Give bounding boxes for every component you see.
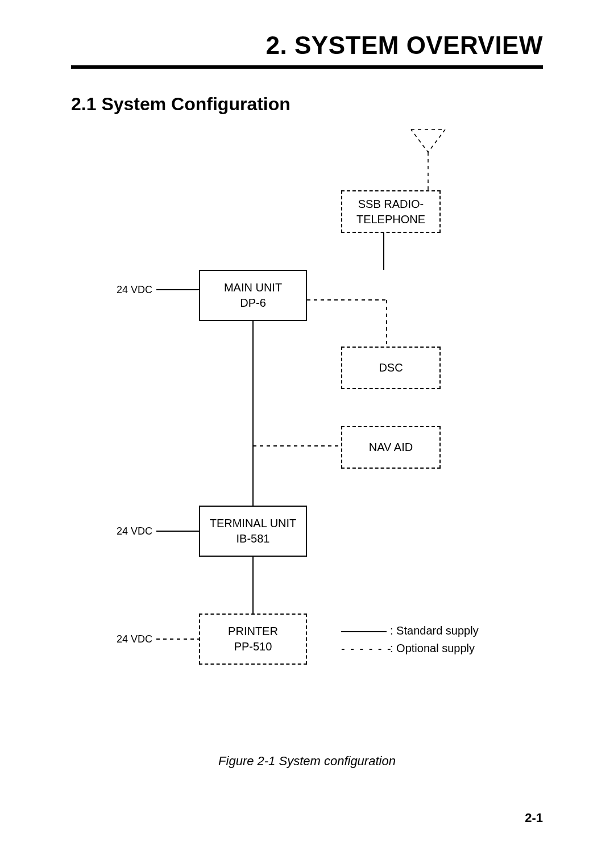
section-heading: 2.1 System Configuration	[71, 94, 291, 115]
nav-aid-label: NAV AID	[369, 440, 413, 455]
power-label-main: 24 VDC	[117, 284, 152, 296]
title-rule	[71, 65, 543, 69]
terminal-unit-label: TERMINAL UNIT IB-581	[210, 516, 297, 546]
legend-optional-text: : Optional supply	[390, 642, 475, 654]
legend-optional: - - - - - -: Optional supply	[341, 640, 479, 658]
legend-standard-text: : Standard supply	[390, 624, 479, 637]
power-label-terminal: 24 VDC	[117, 525, 152, 537]
legend-solid-line	[341, 631, 387, 632]
chapter-title: 2. SYSTEM OVERVIEW	[266, 31, 543, 60]
page-number: 2-1	[525, 811, 543, 825]
figure-caption: Figure 2-1 System configuration	[0, 754, 614, 769]
power-label-printer: 24 VDC	[117, 633, 152, 645]
main-unit-box: MAIN UNIT DP-6	[199, 270, 307, 321]
page: 2. SYSTEM OVERVIEW 2.1 System Configurat…	[0, 0, 614, 868]
printer-box: PRINTER PP-510	[199, 614, 307, 665]
ssb-label: SSB RADIO- TELEPHONE	[356, 197, 425, 227]
system-diagram: SSB RADIO- TELEPHONE MAIN UNIT DP-6 DSC …	[71, 119, 543, 744]
terminal-unit-box: TERMINAL UNIT IB-581	[199, 506, 307, 557]
legend-standard: : Standard supply	[341, 622, 479, 640]
nav-aid-box: NAV AID	[341, 426, 441, 469]
legend: : Standard supply - - - - - -: Optional …	[341, 622, 479, 658]
printer-label: PRINTER PP-510	[228, 624, 278, 654]
dsc-box: DSC	[341, 347, 441, 389]
dsc-label: DSC	[379, 360, 403, 375]
legend-dashed-line: - - - - - -	[341, 640, 387, 658]
main-unit-label: MAIN UNIT DP-6	[224, 280, 282, 311]
ssb-radiotelephone-box: SSB RADIO- TELEPHONE	[341, 190, 441, 233]
